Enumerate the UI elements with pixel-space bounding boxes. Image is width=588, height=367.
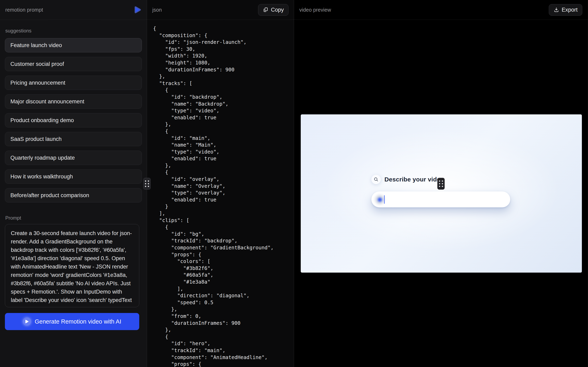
suggestion-item[interactable]: Product onboarding demo [5, 113, 142, 127]
cursor-dot [378, 198, 382, 202]
suggestion-item[interactable]: Pricing announcement [5, 76, 142, 90]
suggestion-item[interactable]: Quarterly roadmap update [5, 151, 142, 165]
generate-video-button-label: Generate Remotion video with AI [35, 318, 121, 325]
prompt-input[interactable]: Create a 30-second feature launch video … [5, 224, 139, 307]
video-preview-header: video preview Export [294, 0, 588, 20]
suggestion-item-label: Major discount announcement [10, 99, 84, 105]
remotion-logo-icon [133, 6, 141, 14]
search-icon [371, 175, 381, 184]
suggestion-item[interactable]: SaaS product launch [5, 132, 142, 146]
export-button[interactable]: Export [549, 4, 582, 16]
copy-json-button[interactable]: Copy [258, 4, 288, 16]
panel-title: video preview [299, 7, 331, 13]
prompt-panel-header: remotion prompt [0, 0, 147, 20]
video-stage: Describe your video [294, 20, 588, 367]
suggestion-item-label: Customer social proof [10, 61, 64, 67]
video-preview-frame[interactable]: Describe your video [301, 114, 582, 273]
text-caret [384, 195, 385, 204]
panel-resize-handle[interactable] [437, 178, 445, 190]
generate-video-button[interactable]: Generate Remotion video with AI [5, 313, 139, 330]
suggestion-item[interactable]: Before/after product comparison [5, 188, 142, 202]
export-button-label: Export [562, 7, 578, 13]
panel-resize-handle[interactable] [143, 178, 151, 190]
suggestion-item-label: Product onboarding demo [10, 117, 74, 124]
prompt-panel: remotion prompt suggestions Feature laun… [0, 0, 147, 367]
suggestion-item-label: Quarterly roadmap update [10, 155, 75, 161]
json-panel-header: json Copy [147, 0, 294, 20]
input-demo-label: Describe your video [384, 176, 444, 183]
suggestions-list: Feature launch video Customer social pro… [5, 38, 142, 202]
prompt-label: Prompt [5, 215, 142, 221]
download-icon [553, 7, 559, 13]
suggestion-item-label: Pricing announcement [10, 80, 65, 86]
copy-icon [263, 7, 268, 13]
suggestion-item[interactable]: Customer social proof [5, 57, 142, 71]
demo-input-field[interactable] [371, 192, 510, 207]
suggestion-item[interactable]: How it works walkthrough [5, 169, 142, 184]
grip-dots-icon [145, 180, 149, 187]
suggestion-item[interactable]: Major discount announcement [5, 94, 142, 109]
suggestion-item-label: SaaS product launch [10, 136, 62, 142]
panel-title: remotion prompt [5, 7, 43, 13]
suggestion-item-label: How it works walkthrough [10, 174, 73, 180]
suggestion-item-label: Before/after product comparison [10, 192, 89, 199]
suggestion-item-label: Feature launch video [10, 42, 62, 49]
panel-title: json [152, 7, 162, 13]
json-code[interactable]: { "composition": { "id": "json-render-la… [147, 20, 294, 367]
suggestions-label: suggestions [5, 28, 142, 34]
grip-dots-icon [439, 180, 443, 187]
suggestion-item[interactable]: Feature launch video [5, 38, 142, 52]
play-icon [23, 317, 31, 325]
json-panel: json Copy { "composition": { "id": "json… [147, 0, 294, 367]
copy-button-label: Copy [271, 7, 284, 13]
